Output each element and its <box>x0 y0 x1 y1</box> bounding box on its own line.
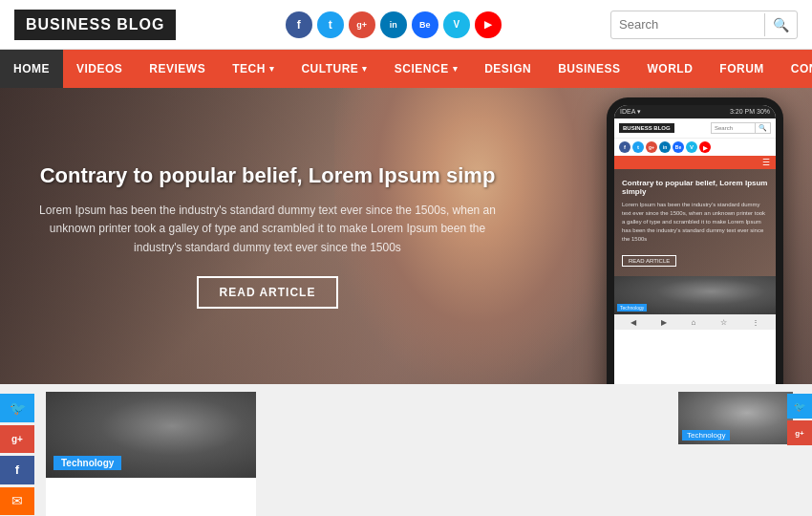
mobile-nav: ☰ <box>614 156 776 169</box>
mobile-linkedin-icon[interactable]: in <box>659 141 671 153</box>
cards-spacer <box>264 384 678 516</box>
site-header: BUSINESS BLOG f t g+ in Be V ▶ 🔍 <box>0 0 812 50</box>
left-facebook-button[interactable]: f <box>0 456 34 484</box>
culture-arrow: ▾ <box>362 64 368 74</box>
card-2-image: Technology <box>678 392 793 444</box>
site-logo: BUSINESS BLOG <box>14 10 176 40</box>
left-social-bar: 🐦 g+ f ✉ <box>0 384 38 516</box>
twitter-icon[interactable]: t <box>317 11 344 38</box>
mobile-status-bar: IDEA ▾ 3:20 PM 30% <box>614 105 776 118</box>
mobile-search-icon: 🔍 <box>755 123 770 133</box>
forward-icon[interactable]: ▶ <box>661 318 667 327</box>
mobile-twitter-icon[interactable]: t <box>632 141 644 153</box>
mobile-bottom-bar: ◀ ▶ ⌂ ☆ ⋮ <box>614 314 776 330</box>
header-social-icons: f t g+ in Be V ▶ <box>286 11 502 38</box>
youtube-icon[interactable]: ▶ <box>475 11 502 38</box>
mobile-facebook-icon[interactable]: f <box>619 141 630 153</box>
mobile-mockup: IDEA ▾ 3:20 PM 30% BUSINESS BLOG 🔍 f t g… <box>607 97 783 384</box>
read-article-button[interactable]: READ ARTICLE <box>197 276 339 309</box>
mobile-read-button[interactable]: READ ARTICLE <box>622 255 676 267</box>
mobile-hero-text: Lorem Ipsum has been the industry's stan… <box>622 201 768 244</box>
tech-arrow: ▾ <box>269 64 275 74</box>
mobile-logo: BUSINESS BLOG <box>619 123 674 133</box>
science-arrow: ▾ <box>453 64 459 74</box>
mobile-hero-section: Contrary to popular belief, Lorem Ipsum … <box>614 169 776 276</box>
linkedin-icon[interactable]: in <box>380 11 407 38</box>
vimeo-icon[interactable]: V <box>443 11 470 38</box>
cards-row: 🐦 g+ f ✉ Technology Technology 🐦 g+ <box>0 384 812 516</box>
mobile-card-image: Technology <box>614 276 776 314</box>
hero-content: Contrary to popular belief, Lorem Ipsum … <box>0 163 535 309</box>
card-1-tag[interactable]: Technology <box>53 456 121 470</box>
mobile-vimeo-icon[interactable]: V <box>686 141 697 153</box>
left-twitter-button[interactable]: 🐦 <box>0 394 34 422</box>
mobile-gplus-icon[interactable]: g+ <box>646 141 657 153</box>
mobile-behance-icon[interactable]: Be <box>673 141 684 153</box>
back-icon[interactable]: ◀ <box>630 318 636 327</box>
nav-tech[interactable]: TECH ▾ <box>219 50 288 88</box>
bookmark-icon[interactable]: ☆ <box>720 318 727 327</box>
nav-home[interactable]: HOME <box>0 50 63 88</box>
left-mail-button[interactable]: ✉ <box>0 487 34 516</box>
mobile-hero-title: Contrary to popular belief, Lorem Ipsum … <box>622 179 768 196</box>
search-input[interactable] <box>611 13 764 35</box>
mobile-youtube-icon[interactable]: ▶ <box>699 141 711 153</box>
facebook-icon[interactable]: f <box>286 11 312 38</box>
hero-section: Contrary to popular belief, Lorem Ipsum … <box>0 88 812 384</box>
article-card-2: Technology <box>678 392 793 444</box>
article-card-1: Technology <box>46 392 256 516</box>
right-partial-area: Technology 🐦 g+ <box>678 384 812 516</box>
main-nav: HOME VIDEOS REVIEWS TECH ▾ CULTURE ▾ SCI… <box>0 50 812 88</box>
card-1-image: Technology <box>46 392 256 478</box>
left-gplus-button[interactable]: g+ <box>0 425 34 454</box>
right-twitter-button[interactable]: 🐦 <box>787 394 812 419</box>
right-gplus-button[interactable]: g+ <box>787 420 812 445</box>
mobile-tech-tag: Technology <box>617 304 647 312</box>
mobile-carrier: IDEA ▾ <box>620 108 641 116</box>
card-2-tag[interactable]: Technology <box>682 430 730 441</box>
nav-business[interactable]: BUSINESS <box>545 50 633 88</box>
menu-icon[interactable]: ⋮ <box>752 318 759 327</box>
right-social-overlay: 🐦 g+ <box>787 394 812 445</box>
mobile-social-icons: f t g+ in Be V ▶ <box>614 139 776 156</box>
hamburger-icon[interactable]: ☰ <box>762 158 770 167</box>
hero-title: Contrary to popular belief, Lorem Ipsum … <box>38 163 497 188</box>
mobile-search-input[interactable] <box>712 124 755 132</box>
mobile-screen: IDEA ▾ 3:20 PM 30% BUSINESS BLOG 🔍 f t g… <box>614 105 776 384</box>
hero-description: Lorem Ipsum has been the industry's stan… <box>38 202 497 257</box>
nav-science[interactable]: SCIENCE ▾ <box>381 50 471 88</box>
home-icon[interactable]: ⌂ <box>692 318 696 327</box>
search-button[interactable]: 🔍 <box>764 13 797 36</box>
mobile-header: BUSINESS BLOG 🔍 <box>614 118 776 139</box>
nav-design[interactable]: DESIGN <box>471 50 545 88</box>
nav-videos[interactable]: VIDEOS <box>63 50 136 88</box>
nav-culture[interactable]: CULTURE ▾ <box>288 50 380 88</box>
mobile-time-battery: 3:20 PM 30% <box>730 108 770 116</box>
mobile-search: 🔍 <box>711 122 771 134</box>
nav-contact[interactable]: CONTACT <box>778 50 812 88</box>
nav-forum[interactable]: FORUM <box>706 50 778 88</box>
nav-world[interactable]: WORLD <box>634 50 707 88</box>
search-box: 🔍 <box>610 11 798 39</box>
google-plus-icon[interactable]: g+ <box>349 11 375 38</box>
behance-icon[interactable]: Be <box>412 11 438 38</box>
nav-reviews[interactable]: REVIEWS <box>136 50 219 88</box>
